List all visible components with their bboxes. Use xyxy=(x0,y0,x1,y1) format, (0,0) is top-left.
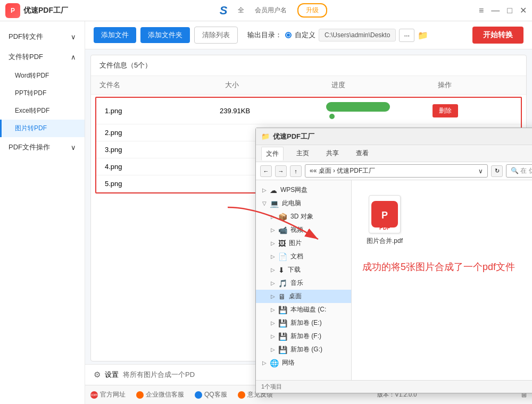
more-options-button[interactable]: ··· xyxy=(399,29,414,42)
file-name-4: 4.png xyxy=(105,163,220,171)
chevron-up-icon: ∧ xyxy=(71,53,76,61)
file-name-2: 2.png xyxy=(105,129,220,137)
chevron-down-icon-2: ∨ xyxy=(71,144,76,152)
qq-service-link[interactable]: QQ客服 xyxy=(195,390,227,399)
tree-item-this-pc[interactable]: ▽ 💻 此电脑 xyxy=(256,197,351,210)
pdf-file-item[interactable]: P PDF 图片合并.pdf xyxy=(362,191,407,250)
add-folder-button[interactable]: 添加文件夹 xyxy=(140,27,190,43)
tree-item-3d[interactable]: ▷ 📦 3D 对象 xyxy=(256,210,351,223)
wechat-service-link[interactable]: 企业微信客服 xyxy=(136,390,184,399)
file-action-1[interactable]: 删除 xyxy=(433,104,512,117)
col-filename: 文件名 xyxy=(99,80,225,90)
title-bar-center: S 全 会员用户名 升级 xyxy=(68,3,479,18)
tree-item-documents[interactable]: ▷ 📄 文档 xyxy=(256,250,351,263)
tree-item-drive-f[interactable]: ▷ 💾 新加卷 (F:) xyxy=(256,330,351,343)
tree-item-video[interactable]: ▷ 📹 视频 xyxy=(256,223,351,237)
sidebar-item-pdf-operations[interactable]: PDF文件操作 ∨ xyxy=(0,137,85,157)
pdf-icon: P PDF xyxy=(369,195,401,233)
file-name-3: 3.png xyxy=(105,146,220,154)
tree-item-network[interactable]: ▷ 🌐 网络 xyxy=(256,356,351,369)
gear-icon: ⚙ xyxy=(94,370,101,380)
file-size-1: 239.91KB xyxy=(220,107,326,115)
explorer-titlebar: 📁 优速PDF工厂 — □ ✕ xyxy=(256,128,532,145)
brand-icon: S xyxy=(220,4,228,18)
pdf-logo-svg: P xyxy=(375,205,394,224)
user-text: 全 xyxy=(238,6,244,15)
sidebar-item-ppt-to-pdf[interactable]: PPT转PDF xyxy=(0,85,85,102)
address-path[interactable]: «« 桌面 › 优速PDF工厂 ∨ xyxy=(305,164,488,178)
tree-item-drive-e[interactable]: ▷ 💾 新加卷 (E:) xyxy=(256,316,351,330)
title-bar: P 优速PDF工厂 S 全 会员用户名 升级 ≡ — □ ✕ xyxy=(0,0,532,21)
browse-folder-button[interactable]: 📁 xyxy=(418,30,428,40)
app-logo: P 优速PDF工厂 xyxy=(5,3,68,18)
output-mode: 自定义 xyxy=(295,30,315,40)
tree-item-desktop[interactable]: ▷ 🖥 桌面 xyxy=(256,290,351,303)
item-count: 1个项目 xyxy=(261,383,282,391)
sidebar: PDF转文件 ∨ 文件转PDF ∧ Word转PDF PPT转PDF Excel… xyxy=(0,21,85,404)
minimize-button[interactable]: — xyxy=(491,6,500,15)
qq-label: QQ客服 xyxy=(204,390,227,399)
output-area: 输出目录： 自定义 C:\Users\admin\Deskto ··· 📁 xyxy=(247,29,428,42)
explorer-folder-icon: 📁 xyxy=(261,132,270,140)
ribbon-tab-home[interactable]: 主页 xyxy=(292,147,313,160)
window-controls: ≡ — □ ✕ xyxy=(479,5,527,15)
col-size: 大小 xyxy=(225,80,331,90)
official-site-link[interactable]: com 官方网址 xyxy=(90,390,126,399)
wechat-icon xyxy=(136,391,144,399)
start-convert-button[interactable]: 开始转换 xyxy=(472,27,523,44)
tree-item-drive-g[interactable]: ▷ 💾 新加卷 (G:) xyxy=(256,343,351,356)
user-name: 会员用户名 xyxy=(255,6,287,15)
tree-item-music[interactable]: ▷ 🎵 音乐 xyxy=(256,276,351,290)
feedback-icon xyxy=(238,391,245,399)
col-operation: 操作 xyxy=(438,80,518,90)
success-message: 成功的将5张图片合成了一个pdf文件 xyxy=(362,260,515,273)
main-layout: PDF转文件 ∨ 文件转PDF ∧ Word转PDF PPT转PDF Excel… xyxy=(0,21,532,404)
sidebar-item-pdf-to-file[interactable]: PDF转文件 ∨ xyxy=(0,27,85,47)
menu-icon[interactable]: ≡ xyxy=(479,6,484,15)
add-file-button[interactable]: 添加文件 xyxy=(94,27,136,43)
explorer-file-content: P PDF 图片合并.pdf 成功的将5张图片合成了一个pdf文件 xyxy=(352,180,532,380)
file-name-5: 5.png xyxy=(105,180,220,188)
search-input[interactable]: 🔍 在 优速PDF工厂 中搜索 xyxy=(506,164,532,178)
ribbon-tab-file[interactable]: 文件 xyxy=(261,147,284,161)
refresh-button[interactable]: ↻ xyxy=(491,165,503,177)
official-icon: com xyxy=(90,391,98,399)
radio-custom[interactable] xyxy=(285,32,292,38)
qq-icon xyxy=(195,391,202,399)
explorer-window: 📁 优速PDF工厂 — □ ✕ 文件 主页 共享 查看 ? ← → ↑ xyxy=(255,128,532,393)
file-section-header: 文件信息（5个） xyxy=(91,55,526,76)
pdf-filename: 图片合并.pdf xyxy=(367,237,403,246)
tree-item-downloads[interactable]: ▷ ⬇ 下载 xyxy=(256,263,351,276)
explorer-body: ▷ ☁ WPS网盘 ▽ 💻 此电脑 ▷ 📦 3D 对象 xyxy=(256,180,532,380)
sidebar-item-word-to-pdf[interactable]: Word转PDF xyxy=(0,67,85,85)
explorer-tree: ▷ ☁ WPS网盘 ▽ 💻 此电脑 ▷ 📦 3D 对象 xyxy=(256,180,352,380)
content-area: 添加文件 添加文件夹 清除列表 输出目录： 自定义 C:\Users\admin… xyxy=(85,21,532,404)
ribbon-tab-share[interactable]: 共享 xyxy=(322,147,343,160)
settings-description: 将所有图片合成一个PD xyxy=(123,370,195,380)
upgrade-button[interactable]: 升级 xyxy=(297,3,327,18)
forward-button[interactable]: → xyxy=(275,165,287,177)
col-progress: 进度 xyxy=(331,80,438,90)
tree-item-wps[interactable]: ▷ ☁ WPS网盘 xyxy=(256,183,351,197)
delete-button-1[interactable]: 删除 xyxy=(433,104,458,117)
tree-item-pictures[interactable]: ▷ 🖼 图片 xyxy=(256,237,351,250)
explorer-addressbar: ← → ↑ «« 桌面 › 优速PDF工厂 ∨ ↻ 🔍 在 优速PDF工厂 中搜… xyxy=(256,162,532,180)
up-button[interactable]: ↑ xyxy=(290,165,302,177)
sidebar-item-file-to-pdf[interactable]: 文件转PDF ∧ xyxy=(0,47,85,67)
sidebar-item-image-to-pdf[interactable]: 图片转PDF xyxy=(0,120,85,137)
wechat-label: 企业微信客服 xyxy=(146,390,184,399)
close-button[interactable]: ✕ xyxy=(520,5,527,15)
svg-text:P: P xyxy=(381,210,388,221)
address-text: «« 桌面 › 优速PDF工厂 xyxy=(310,166,375,175)
sidebar-item-excel-to-pdf[interactable]: Excel转PDF xyxy=(0,102,85,120)
output-label: 输出目录： xyxy=(247,30,282,40)
explorer-footer: 1个项目 xyxy=(256,380,532,393)
file-name-1: 1.png xyxy=(105,107,220,115)
ribbon-tab-view[interactable]: 查看 xyxy=(352,147,373,160)
maximize-button[interactable]: □ xyxy=(507,6,512,15)
logo-icon: P xyxy=(5,3,20,18)
back-button[interactable]: ← xyxy=(260,165,272,177)
clear-list-button[interactable]: 清除列表 xyxy=(194,27,238,44)
official-label: 官方网址 xyxy=(100,390,126,399)
tree-item-local-c[interactable]: ▷ 💾 本地磁盘 (C: xyxy=(256,303,351,316)
